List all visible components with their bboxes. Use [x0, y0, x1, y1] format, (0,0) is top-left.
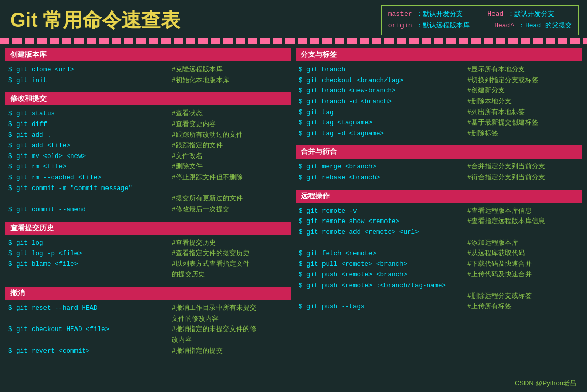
- section-undo: 撤消 $ git reset --hard HEAD#撤消工作目录中所有未提交 …: [5, 287, 291, 357]
- legend-headcaret-label: Head^: [494, 22, 514, 29]
- section-merge-header: 合并与衍合: [296, 145, 582, 159]
- section-log-header: 查看提交历史: [5, 222, 291, 235]
- section-merge: 合并与衍合 $ git merge <branch>#合并指定分支到当前分支 $…: [296, 145, 582, 184]
- section-create-header: 创建版本库: [5, 48, 291, 61]
- legend-head-label: Head: [487, 10, 503, 18]
- legend-head-val: ：默认开发分支: [507, 10, 554, 18]
- left-column: 创建版本库 $ git clone <url>#克隆远程版本库 $ git in…: [5, 48, 291, 363]
- section-log: 查看提交历史 $ git log#查看提交历史 $ git log -p <fi…: [5, 222, 291, 282]
- legend-master-label: master: [388, 10, 412, 18]
- section-modify: 修改和提交 $ git status#查看状态 $ git diff#查看变更内…: [5, 92, 291, 216]
- stripe-bar: [0, 38, 587, 44]
- section-modify-header: 修改和提交: [5, 92, 291, 105]
- section-create: 创建版本库 $ git clone <url>#克隆远程版本库 $ git in…: [5, 48, 291, 87]
- section-remote: 远程操作 $ git remote -v#查看远程版本库信息 $ git rem…: [296, 190, 582, 313]
- section-remote-header: 远程操作: [296, 190, 582, 203]
- legend-headcaret-val: ：Head 的父提交: [518, 22, 572, 29]
- right-column: 分支与标签 $ git branch#显示所有本地分支 $ git checko…: [296, 48, 582, 363]
- legend-origin-label: origin: [388, 22, 412, 29]
- footer: CSDN @Python老吕: [515, 379, 577, 388]
- section-undo-header: 撤消: [5, 287, 291, 300]
- section-branch-header: 分支与标签: [296, 48, 582, 61]
- legend-box: master ：默认开发分支 Head ：默认开发分支 origin ：默认远程…: [381, 5, 579, 35]
- legend-master-val: ：默认开发分支: [416, 10, 463, 18]
- section-branch: 分支与标签 $ git branch#显示所有本地分支 $ git checko…: [296, 48, 582, 140]
- legend-origin-val: ：默认远程版本库: [416, 22, 470, 29]
